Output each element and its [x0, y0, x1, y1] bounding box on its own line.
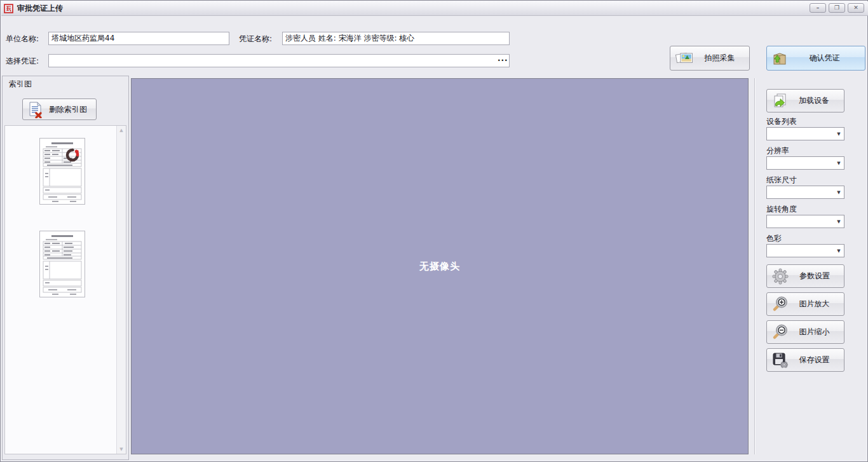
- chevron-down-icon: ▼: [834, 219, 844, 224]
- delete-index-image-label: 删除索引图: [44, 104, 96, 115]
- thumbnail-scrollbar[interactable]: ▲ ▼: [116, 126, 126, 454]
- load-device-label: 加载设备: [788, 95, 844, 106]
- resolution-dropdown[interactable]: ▼: [766, 156, 844, 170]
- thumbnail-list[interactable]: ▲ ▼: [4, 125, 126, 454]
- rotation-angle-dropdown[interactable]: ▼: [766, 215, 844, 228]
- index-images-title: 索引图: [9, 79, 32, 90]
- image-zoom-out-label: 图片缩小: [789, 327, 844, 337]
- zoom-out-icon: [771, 323, 789, 341]
- minimize-button[interactable]: –: [810, 3, 826, 13]
- confirm-voucher-button[interactable]: 确认凭证: [766, 46, 865, 71]
- save-settings-label: 保存设置: [789, 355, 844, 365]
- thumbnail-page-2[interactable]: [39, 231, 85, 297]
- photos-icon: [675, 50, 694, 67]
- close-button[interactable]: ✕: [848, 3, 864, 13]
- save-disk-icon: [771, 351, 789, 369]
- resolution-label: 分辨率: [766, 146, 789, 156]
- panel-separator: [754, 78, 756, 454]
- scroll-down-icon[interactable]: ▼: [119, 445, 123, 454]
- title-bar[interactable]: 审批凭证上传 – ❐ ✕: [1, 1, 868, 16]
- window-title: 审批凭证上传: [17, 3, 63, 14]
- confirm-voucher-label: 确认凭证: [788, 53, 865, 64]
- restore-button[interactable]: ❐: [829, 3, 845, 13]
- paper-size-dropdown[interactable]: ▼: [766, 186, 844, 199]
- delete-document-icon: [27, 101, 44, 118]
- paper-size-label: 纸张尺寸: [766, 175, 797, 186]
- device-list-dropdown[interactable]: ▼: [766, 127, 844, 140]
- camera-preview-area: 无摄像头: [131, 78, 749, 454]
- scroll-up-icon[interactable]: ▲: [119, 126, 123, 135]
- chevron-down-icon: ▼: [834, 190, 844, 195]
- capture-photo-label: 拍照采集: [694, 53, 749, 64]
- select-voucher-input[interactable]: [48, 54, 510, 67]
- chevron-down-icon: ▼: [834, 132, 844, 137]
- image-zoom-out-button[interactable]: 图片缩小: [766, 320, 844, 344]
- thumbnail-page-1[interactable]: [39, 138, 85, 205]
- load-device-button[interactable]: 加载设备: [766, 89, 844, 112]
- device-list-label: 设备列表: [766, 116, 797, 127]
- parameter-settings-button[interactable]: 参数设置: [766, 264, 844, 288]
- select-voucher-label: 选择凭证:: [6, 56, 39, 67]
- parameter-settings-label: 参数设置: [789, 271, 844, 282]
- box-upload-icon: [771, 50, 788, 67]
- no-camera-message: 无摄像头: [419, 261, 460, 273]
- chevron-down-icon: ▼: [834, 161, 844, 166]
- chevron-down-icon: ▼: [834, 248, 844, 254]
- browse-ellipsis-button[interactable]: ...: [498, 54, 508, 63]
- index-images-panel: 索引图 删除索引图: [2, 76, 129, 460]
- color-dropdown[interactable]: ▼: [766, 244, 844, 257]
- load-device-icon: [771, 93, 788, 109]
- gear-icon: [771, 268, 789, 285]
- image-zoom-in-button[interactable]: 图片放大: [766, 292, 844, 316]
- unit-name-label: 单位名称:: [6, 34, 39, 44]
- rotation-angle-label: 旋转角度: [766, 204, 797, 215]
- capture-photo-button[interactable]: 拍照采集: [670, 46, 750, 71]
- save-settings-button[interactable]: 保存设置: [766, 348, 844, 372]
- delete-index-image-button[interactable]: 删除索引图: [22, 99, 97, 120]
- voucher-name-label: 凭证名称:: [239, 34, 272, 44]
- app-logo-icon: [4, 4, 13, 13]
- color-label: 色彩: [766, 233, 782, 244]
- voucher-name-input[interactable]: [282, 32, 510, 45]
- image-zoom-in-label: 图片放大: [789, 299, 844, 309]
- zoom-in-icon: [771, 296, 789, 313]
- app-window: 审批凭证上传 – ❐ ✕ 单位名称: 凭证名称: 选择凭证: ... 拍照采集: [0, 0, 868, 462]
- unit-name-input[interactable]: [48, 32, 229, 45]
